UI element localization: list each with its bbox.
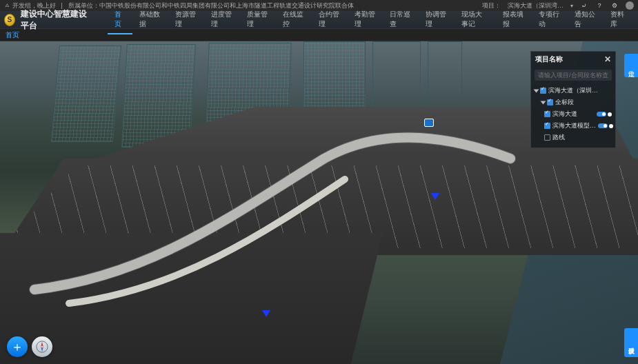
tree-group[interactable]: 全标段 xyxy=(535,97,612,108)
nav-resource[interactable]: 资源管理 xyxy=(168,6,204,34)
locate-side-tab[interactable]: 定位 xyxy=(624,54,638,77)
tree-label: 全标段 xyxy=(555,98,574,107)
breadcrumb-root[interactable]: 首页 xyxy=(6,30,19,40)
tree-label: 滨海大道模型… xyxy=(552,121,596,130)
checkbox[interactable] xyxy=(544,134,550,141)
road-sign-icon xyxy=(424,119,434,127)
compass-icon xyxy=(36,341,48,353)
direction-arrow-icon xyxy=(431,193,439,200)
close-icon[interactable]: ✕ xyxy=(604,54,611,64)
app-logo: S xyxy=(4,14,15,26)
building xyxy=(51,46,121,142)
checkbox[interactable] xyxy=(547,99,553,105)
checkbox[interactable] xyxy=(540,88,546,94)
nav-docs[interactable]: 资料库 xyxy=(604,6,634,34)
nav-special[interactable]: 专项行动 xyxy=(532,6,568,34)
project-panel: 项目名称 ✕ 滨海大道（深圳湾总部基地段… 全标段 滨海大道 xyxy=(530,51,616,148)
panel-title: 项目名称 xyxy=(535,54,563,64)
building xyxy=(372,41,421,117)
expand-icon[interactable] xyxy=(541,101,546,104)
nav-report[interactable]: 报表填报 xyxy=(496,6,532,34)
nav-monitor[interactable]: 在线监控 xyxy=(276,6,312,34)
feedback-side-tab[interactable]: 建议反馈 xyxy=(624,328,638,357)
direction-arrow-icon xyxy=(262,310,270,317)
nav-basic-data[interactable]: 基础数据 xyxy=(132,6,168,34)
tree-item[interactable]: 路线 xyxy=(535,132,612,143)
nav-notice[interactable]: 通知公告 xyxy=(568,6,604,34)
nav-events[interactable]: 现场大事记 xyxy=(455,6,496,34)
nav-quality[interactable]: 质量管理 xyxy=(240,6,276,34)
nav-home[interactable]: 首页 xyxy=(108,6,132,34)
nav-patrol[interactable]: 日常巡查 xyxy=(383,6,419,34)
nav-attendance[interactable]: 考勤管理 xyxy=(348,6,383,34)
visibility-toggle[interactable] xyxy=(597,112,606,117)
expand-icon[interactable] xyxy=(534,89,539,92)
tree-label: 滨海大道 xyxy=(552,110,577,119)
compass-button[interactable] xyxy=(32,336,52,357)
checkbox[interactable] xyxy=(544,123,550,129)
svg-marker-2 xyxy=(41,347,43,352)
locate-icon[interactable] xyxy=(609,124,613,128)
tree-label: 滨海大道（深圳湾总部基地段… xyxy=(548,86,601,95)
building xyxy=(428,41,462,103)
checkbox[interactable] xyxy=(544,111,550,117)
map-3d-viewport[interactable]: 项目名称 ✕ 滨海大道（深圳湾总部基地段… 全标段 滨海大道 xyxy=(0,41,638,364)
add-button[interactable]: ＋ xyxy=(7,336,28,357)
app-title: 建设中心智慧建设平台 xyxy=(21,8,92,32)
tree-label: 路线 xyxy=(552,133,565,142)
tree-item[interactable]: 滨海大道 xyxy=(535,108,612,120)
svg-marker-1 xyxy=(41,342,43,347)
locate-icon[interactable] xyxy=(608,112,612,117)
main-nav: 首页 基础数据 资源管理 进度管理 质量管理 在线监控 合约管理 考勤管理 日常… xyxy=(108,6,634,34)
nav-coord[interactable]: 协调管理 xyxy=(419,6,455,34)
plus-icon: ＋ xyxy=(11,338,23,355)
nav-progress[interactable]: 进度管理 xyxy=(204,6,240,34)
project-search-input[interactable] xyxy=(535,70,612,81)
visibility-toggle[interactable] xyxy=(598,123,608,128)
header: S 建设中心智慧建设平台 首页 基础数据 资源管理 进度管理 质量管理 在线监控… xyxy=(0,11,638,29)
tree-item[interactable]: 滨海大道模型… xyxy=(535,120,612,132)
tree-root[interactable]: 滨海大道（深圳湾总部基地段… xyxy=(535,85,612,97)
nav-contract[interactable]: 合约管理 xyxy=(312,6,348,34)
